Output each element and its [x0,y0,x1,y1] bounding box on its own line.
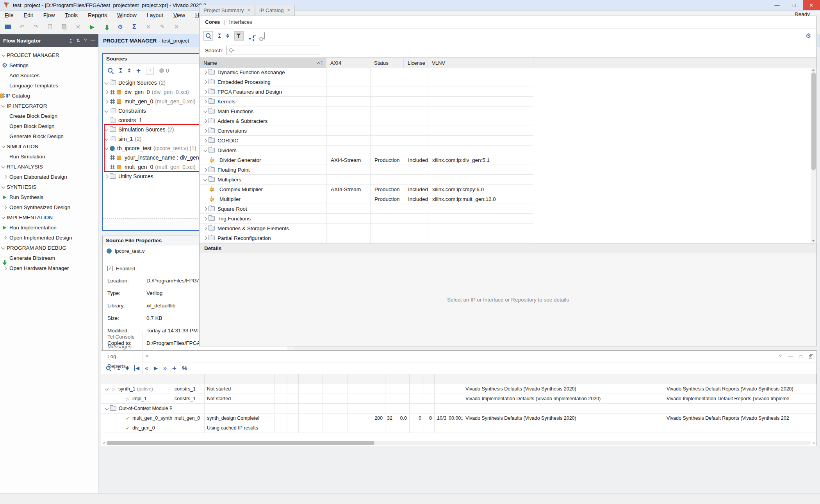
console-tab[interactable]: Tcl Console [103,332,143,342]
catalog-row[interactable]: Floating Point [200,165,816,175]
collapse-all-icon[interactable] [117,366,120,370]
close-tab-icon[interactable]: ✕ [287,8,291,13]
minimize-panel-icon[interactable]: — [788,354,793,359]
collapse-all-icon[interactable] [218,34,221,38]
tree-chevron-icon[interactable] [202,217,209,220]
redo-icon[interactable]: ↷ [32,23,40,31]
catalog-row[interactable]: Dividers [200,146,816,155]
cancel-icon[interactable]: ✕ [144,23,152,31]
flow-navigator-item[interactable]: Open Elaborated Design [0,172,98,182]
catalog-row[interactable]: Conversions [200,126,816,136]
menu-item[interactable]: View [173,12,185,18]
catalog-row[interactable]: Square Root [200,204,816,214]
flow-navigator-item[interactable]: IMPLEMENTATION [0,212,98,222]
flow-navigator-item[interactable]: Language Templates [0,80,98,91]
column-header[interactable] [664,374,816,384]
float-icon[interactable] [809,354,813,358]
catalog-row[interactable]: Math Functions [200,106,816,116]
tree-chevron-icon[interactable] [202,188,209,191]
flow-navigator-item[interactable]: Open Hardware Manager [0,263,98,273]
tree-chevron-icon[interactable] [202,120,209,122]
menu-item[interactable]: Layout [147,12,163,18]
search-icon[interactable] [107,67,114,74]
tree-chevron-icon[interactable] [202,110,209,112]
tree-chevron-icon[interactable] [103,408,110,410]
column-header[interactable] [275,374,287,384]
create-run-icon[interactable]: + [172,364,176,373]
tree-chevron-icon[interactable] [103,147,110,149]
catalog-row[interactable]: Partial Reconfiguration [200,233,816,243]
tree-chevron-icon[interactable] [118,398,124,400]
undo-icon[interactable]: ↶ [18,23,26,31]
catalog-row[interactable]: Complex Multiplier AXI4-Stream Productio… [200,185,816,194]
column-header[interactable] [172,374,205,384]
column-header[interactable] [375,374,385,384]
column-header[interactable] [309,374,323,384]
horizontal-scrollbar[interactable]: < > [101,440,816,446]
help-icon[interactable]: ? [779,354,782,359]
column-header[interactable] [385,374,395,384]
column-header-name[interactable]: Name 1 [200,58,326,68]
tree-chevron-icon[interactable] [202,100,209,103]
flow-navigator-item[interactable]: Open Synthesized Design [0,202,98,212]
catalog-row[interactable]: CORDIC [200,136,816,146]
minimize-panel-icon[interactable]: — [91,38,95,43]
column-header[interactable] [446,374,463,384]
catalog-row[interactable]: Dynamic Function eXchange [200,67,816,77]
design-run-row[interactable]: Out-of-Context Module Runs [101,404,816,413]
tree-chevron-icon[interactable] [103,110,110,112]
run-icon[interactable]: ▶ [88,23,96,31]
column-header[interactable] [287,374,299,384]
column-header[interactable] [348,374,375,384]
paste-icon[interactable] [60,23,68,31]
design-run-row[interactable]: ▷ synth_1 (active) constrs_1 Not started [101,384,816,394]
column-header-status[interactable]: Status [370,58,404,68]
expand-icon[interactable]: ⇅ [76,38,80,43]
catalog-search-input[interactable]: Q- [226,46,320,55]
edit-icon[interactable]: ✎ [159,23,166,31]
vertical-scrollbar[interactable] [811,67,816,243]
sources-view-tab[interactable] [115,224,123,226]
tree-chevron-icon[interactable] [118,417,124,420]
search-icon[interactable] [105,365,111,371]
design-run-row[interactable]: ✓ mult_gen_0_synth_1 mult_gen_0 synth_de… [101,413,816,423]
flow-navigator-item[interactable]: Settings [0,60,98,70]
scroll-left-icon[interactable]: < [103,441,105,445]
flow-navigator-item[interactable]: IP INTEGRATOR [0,101,98,111]
flow-navigator-item[interactable]: SIMULATION [0,141,98,151]
expand-all-icon[interactable] [226,34,229,38]
column-header-vlnv[interactable]: VLNV [428,58,533,68]
column-header[interactable] [435,374,446,384]
catalog-row[interactable]: Adders & Subtracters [200,116,816,126]
property-value[interactable]: 0.7 KB [146,315,162,321]
step-forward-icon[interactable]: » [163,365,167,372]
flow-navigator-item[interactable]: Run Simulation [0,151,98,161]
property-value[interactable]: Today at 14:31:33 PM [146,328,198,334]
menu-item[interactable]: Reports [88,12,107,18]
open-file-icon[interactable]: ? [146,67,154,75]
document-tab[interactable]: IP Catalog ✕ [255,5,295,16]
tree-chevron-icon[interactable] [202,169,209,171]
catalog-row[interactable]: Multipliers [200,175,816,185]
expand-all-icon[interactable] [128,68,131,73]
catalog-row[interactable]: FPGA Features and Design [200,87,816,97]
column-header-axi4[interactable]: AXI4 [326,58,370,68]
tree-chevron-icon[interactable] [103,388,110,390]
expand-all-icon[interactable] [126,366,129,370]
flow-navigator-item[interactable]: PROGRAM AND DEBUG [0,243,98,253]
collapse-all-icon[interactable] [119,68,122,73]
sources-view-tab[interactable] [124,224,132,226]
column-header[interactable] [263,374,275,384]
flow-navigator-item[interactable]: Open Implemented Design [0,232,98,243]
flow-navigator-item[interactable]: RTL ANALYSIS [0,161,98,172]
menu-item[interactable]: Edit [24,12,33,18]
menu-item[interactable]: Window [117,12,137,18]
flow-navigator-item[interactable]: Generate Bitstream [0,253,98,263]
tree-chevron-icon[interactable] [202,159,209,161]
step-back-icon[interactable]: « [145,365,148,372]
tree-chevron-icon[interactable] [202,139,209,142]
menu-item[interactable]: File [5,12,14,18]
column-header[interactable] [323,374,348,384]
flow-navigator-item[interactable]: Run Implementation [0,222,98,232]
first-icon[interactable]: ◀ [134,365,139,371]
